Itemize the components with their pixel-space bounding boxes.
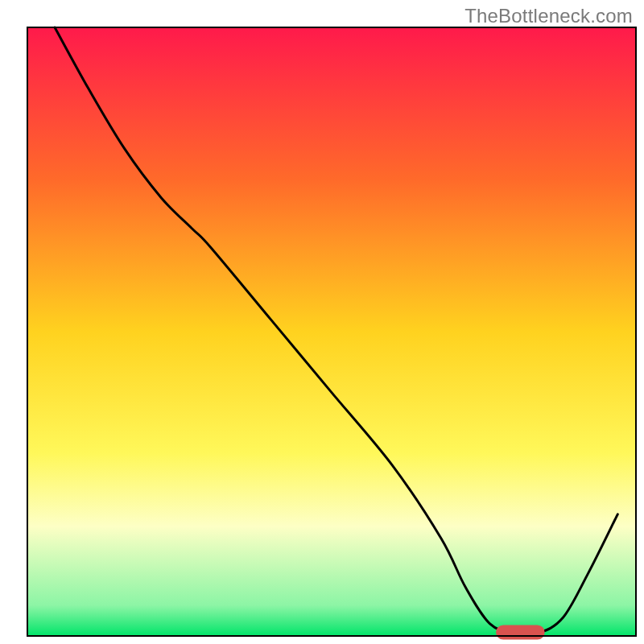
target-marker xyxy=(496,625,544,639)
chart-container: TheBottleneck.com xyxy=(0,0,644,644)
bottleneck-chart xyxy=(0,0,644,644)
gradient-background xyxy=(27,27,636,636)
